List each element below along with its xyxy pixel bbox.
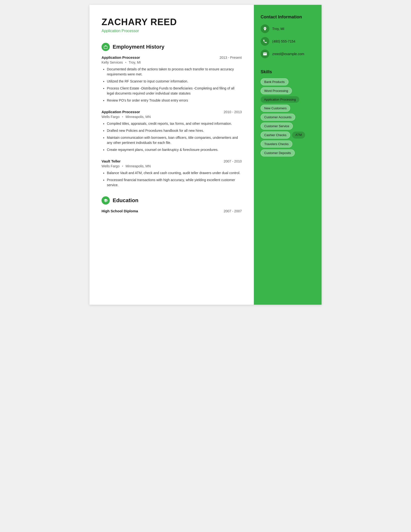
job-bullets-3: Balance Vault and ATM, check and cash co… [102,171,242,188]
bullet-1-3: Process Client Estate -Distributing Fund… [107,86,242,96]
job-title-1: Application Processor [102,55,140,59]
job-dates-2: 2010 - 2013 [224,110,242,114]
separator-1: • [125,60,126,64]
bullet-1-1: Documented details of the actions taken … [107,67,242,77]
job-title-2: Application Processor [102,110,140,114]
main-content: ZACHARY REED Application Processor Emplo… [89,5,254,305]
phone-svg [263,39,267,44]
bullet-1-2: Utilized the RF Scanner to input custome… [107,79,242,84]
contact-phone: (480) 555-7154 [261,37,315,46]
separator-3: • [122,164,123,168]
job-header-2: Application Processor 2010 - 2013 [102,110,242,114]
location-icon [261,24,269,33]
contact-email: zreed@example.com [261,50,315,58]
degree-name-1: High School Diploma [102,209,138,213]
skill-travelers-checks: Travelers Checks [261,141,292,148]
bullet-2-1: Compiled titles, appraisals, credit repo… [107,121,242,126]
email-svg [263,52,267,56]
job-company-1: Kelly Services • Troy, MI [102,60,242,64]
separator-2: • [122,115,123,119]
job-header-3: Vault Teller 2007 - 2010 [102,159,242,163]
bullet-3-1: Balance Vault and ATM, check and cash co… [107,171,242,176]
skill-cashier-checks: Cashier Checks [261,132,290,139]
graduation-svg [103,198,108,203]
company-location-1: Troy, MI [129,60,141,64]
education-title: Education [113,197,138,204]
contact-section-title: Contact Information [261,15,315,19]
skill-bank-products: Bank Products [261,78,289,85]
skill-customer-accounts: Customer Accounts [261,114,295,121]
contact-location-text: Troy, MI [272,27,284,31]
company-name-1: Kelly Services [102,60,123,64]
map-pin-svg [263,27,267,31]
edu-entry-1: High School Diploma 2007 - 2007 [102,209,242,213]
bullet-2-3: Maintain communication with borrowers, l… [107,135,242,145]
job-company-2: Wells Fargo • Minneapolis, MN [102,115,242,119]
employment-icon [102,43,110,51]
candidate-name: ZACHARY REED [102,17,242,27]
phone-icon [261,37,269,46]
edu-header-1: High School Diploma 2007 - 2007 [102,209,242,213]
job-bullets-1: Documented details of the actions taken … [102,67,242,103]
job-entry-1: Application Processor 2013 - Present Kel… [102,55,242,103]
email-icon [261,50,269,58]
company-location-3: Minneapolis, MN [125,164,151,168]
employment-section-header: Employment History [102,43,242,51]
skill-word-processing: Word Processing [261,87,292,94]
bullet-1-4: Review PO's for order entry Trouble shoo… [107,98,242,103]
company-name-3: Wells Fargo [102,164,120,168]
skill-app-processing: Application Processing [261,96,299,103]
job-company-3: Wells Fargo • Minneapolis, MN [102,164,242,168]
job-dates-1: 2013 - Present [220,56,242,59]
education-section-header: Education [102,196,242,205]
job-dates-3: 2007 - 2010 [224,159,242,163]
bullet-2-2: Drafted new Policies and Procedures hand… [107,128,242,133]
skill-customer-deposits: Customer Deposits [261,150,295,156]
contact-email-text: zreed@example.com [272,52,304,56]
skill-new-customers: New Customers [261,105,290,112]
skill-atm: ATM [292,132,305,139]
company-name-2: Wells Fargo [102,115,120,119]
skills-section-title: Skills [261,69,315,75]
job-bullets-2: Compiled titles, appraisals, credit repo… [102,121,242,152]
briefcase-svg [103,45,108,49]
employment-title: Employment History [113,44,164,50]
company-location-2: Minneapolis, MN [125,115,151,119]
job-title-3: Vault Teller [102,159,121,163]
skill-customer-service: Customer Service [261,123,293,130]
education-icon [102,196,110,205]
bullet-2-4: Create repayment plans, counsel on bankr… [107,147,242,152]
resume-container: ZACHARY REED Application Processor Emplo… [89,5,322,305]
job-entry-2: Application Processor 2010 - 2013 Wells … [102,110,242,152]
edu-dates-1: 2007 - 2007 [224,209,242,213]
skills-tags-container: Bank Products Word Processing Applicatio… [261,78,315,156]
contact-phone-text: (480) 555-7154 [272,39,295,43]
skills-section: Skills Bank Products Word Processing App… [261,69,315,156]
sidebar: Contact Information Troy, MI (480) 555-7… [254,5,322,305]
candidate-title: Application Processor [102,29,242,33]
contact-location: Troy, MI [261,24,315,33]
job-header-1: Application Processor 2013 - Present [102,55,242,59]
job-entry-3: Vault Teller 2007 - 2010 Wells Fargo • M… [102,159,242,188]
bullet-3-2: Processed financial transactions with hi… [107,178,242,188]
